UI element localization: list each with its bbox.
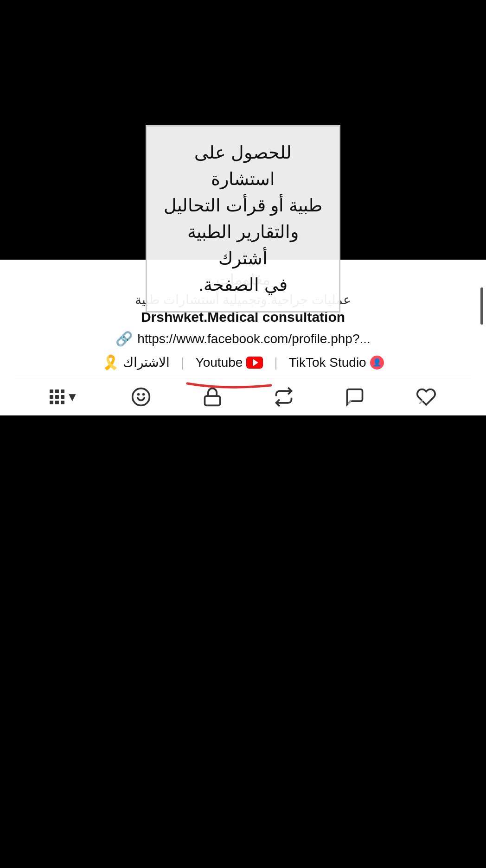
social-row-wrapper: 🎗️ الاشتراك | Youtube | TikTok Studio 👤 bbox=[15, 354, 471, 378]
youtube-label: Youtube bbox=[196, 355, 243, 370]
comment-button[interactable] bbox=[345, 387, 365, 407]
divider-2: | bbox=[274, 355, 277, 370]
comment-icon bbox=[345, 387, 365, 407]
chevron-down-icon: ▼ bbox=[66, 390, 78, 404]
svg-rect-2 bbox=[205, 396, 220, 405]
divider-1: | bbox=[181, 355, 184, 370]
tiktok-studio-icon: 👤 bbox=[370, 356, 384, 370]
sticker-button[interactable] bbox=[131, 387, 151, 407]
overlay-text: للحصول على استشارة طبية أو قرأت التحاليل… bbox=[164, 140, 322, 298]
subscribe-icon: 🎗️ bbox=[102, 354, 119, 370]
subscribe-item[interactable]: 🎗️ الاشتراك bbox=[102, 354, 170, 370]
tiktok-studio-item[interactable]: TikTok Studio 👤 bbox=[289, 355, 384, 370]
like-icon bbox=[416, 387, 436, 407]
youtube-icon bbox=[246, 357, 263, 369]
link-row[interactable]: 🔗 https://www.facebook.com/profile.php?.… bbox=[15, 331, 471, 347]
dots-grid-icon bbox=[50, 389, 64, 404]
video-top-area: للحصول على استشارة طبية أو قرأت التحاليل… bbox=[0, 0, 486, 260]
sticker-icon bbox=[131, 387, 151, 407]
social-row: 🎗️ الاشتراك | Youtube | TikTok Studio 👤 bbox=[102, 354, 384, 378]
link-icon: 🔗 bbox=[115, 331, 133, 347]
subscribe-label: الاشتراك bbox=[123, 355, 170, 370]
link-text: https://www.facebook.com/profile.php?... bbox=[137, 332, 371, 346]
video-bottom-area bbox=[0, 415, 486, 851]
tiktok-studio-label: TikTok Studio bbox=[289, 355, 366, 370]
svg-point-3 bbox=[133, 389, 150, 406]
scrollbar[interactable] bbox=[480, 287, 483, 325]
text-overlay-box: للحصول على استشارة طبية أو قرأت التحاليل… bbox=[146, 125, 340, 313]
youtube-item[interactable]: Youtube bbox=[196, 355, 263, 370]
more-button[interactable]: ▼ bbox=[50, 389, 80, 404]
like-button[interactable] bbox=[416, 387, 436, 407]
